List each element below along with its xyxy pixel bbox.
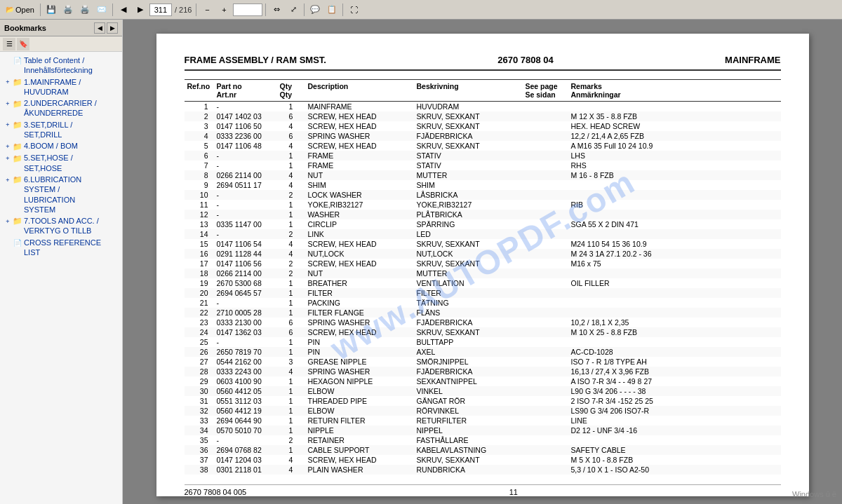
table-row: 3 0147 1106 50 4 SCREW, HEX HEAD SKRUV, …	[185, 121, 781, 131]
cell-seepage	[523, 249, 568, 259]
sidebar-title: Bookmarks	[4, 24, 46, 32]
cell-refno: 33	[185, 416, 214, 425]
cell-seepage	[523, 318, 568, 327]
table-row: 8 0266 2114 00 4 NUT MUTTER M 16 - 8 FZB	[185, 170, 781, 180]
sidebar-item-undercarrier[interactable]: + 📁 2.UNDERCARRIER /ÅKUNDERREDE	[0, 97, 122, 119]
toc-label: Table of Content /Innehållsförteckning	[24, 55, 93, 76]
zoom-out-button[interactable]: −	[199, 2, 215, 18]
table-row: 10 - 2 LOCK WASHER LÅSBRICKA	[185, 190, 781, 200]
zoom-in-button[interactable]: +	[216, 2, 232, 18]
cell-beskr: FILTER	[414, 288, 523, 298]
cell-beskr: MUTTER	[414, 268, 523, 278]
save-button[interactable]: 💾	[44, 2, 59, 18]
prev-page-button[interactable]: ◀	[116, 2, 131, 18]
toc-doc-icon: 📄	[13, 56, 22, 66]
cell-seepage	[523, 416, 568, 425]
cell-remarks: M 24 3 1A 27.1 20.2 - 36	[568, 249, 781, 259]
cell-remarks: 5,3 / 10 X 1 - ISO A2-50	[568, 465, 781, 475]
sep1	[40, 4, 41, 16]
cell-partno: 2650 7819 70	[214, 347, 277, 357]
cell-remarks: LHS	[568, 151, 781, 161]
open-button[interactable]: 📂 Open	[3, 2, 37, 18]
cell-beskr: SPÄRRING	[414, 219, 523, 229]
sidebar-item-setdrill[interactable]: + 📁 3.SET,DRILL /SET,DRILL	[0, 119, 122, 141]
cell-beskr: FJÄDERBRICKA	[414, 367, 523, 376]
sidebar-options-button[interactable]: ☰	[3, 38, 15, 50]
next-page-button[interactable]: ▶	[133, 2, 148, 18]
cell-remarks: M16 x 75	[568, 259, 781, 268]
cell-refno: 15	[185, 239, 214, 249]
cell-seepage	[523, 268, 568, 278]
cell-partno: 0147 1362 03	[214, 327, 277, 337]
sidebar-item-mainframe[interactable]: + 📁 1.MAINFRAME /HUVUDRAM	[0, 76, 122, 98]
cell-remarks: RHS	[568, 161, 781, 170]
cell-qty: 2	[277, 435, 305, 445]
cell-refno: 7	[185, 161, 214, 170]
cell-refno: 10	[185, 190, 214, 200]
cell-remarks: LINE	[568, 416, 781, 425]
cell-seepage	[523, 367, 568, 376]
cell-remarks	[568, 229, 781, 239]
sidebar-header: Bookmarks ◀ ▶	[0, 20, 122, 36]
cell-desc: FRAME	[305, 161, 414, 170]
undercarrier-expand-icon: +	[3, 99, 13, 109]
cell-partno: -	[214, 161, 277, 170]
cell-beskr: KABELAVLASTNING	[414, 445, 523, 455]
undercarrier-label: 2.UNDERCARRIER /ÅKUNDERREDE	[24, 98, 97, 118]
cell-qty: 4	[277, 121, 305, 131]
page-number-input[interactable]: 311	[149, 4, 172, 16]
tools-expand-icon: +	[3, 217, 13, 226]
cell-seepage	[523, 347, 568, 357]
cell-refno: 35	[185, 435, 214, 445]
table-row: 35 - 2 RETAINER FASTHÅLLARE	[185, 435, 781, 445]
setdrill-expand-icon: +	[3, 121, 13, 130]
cell-seepage	[523, 357, 568, 367]
cell-qty: 1	[277, 396, 305, 406]
cell-qty: 1	[277, 445, 305, 455]
sidebar-bookmark-button[interactable]: 🔖	[17, 38, 29, 50]
cell-seepage	[523, 170, 568, 180]
cell-partno: 0603 4100 90	[214, 376, 277, 386]
cell-qty: 4	[277, 455, 305, 465]
sidebar-expand-button[interactable]: ▶	[107, 22, 118, 34]
cell-beskr: AXEL	[414, 347, 523, 357]
cell-desc: LOCK WASHER	[305, 190, 414, 200]
fullscreen-button[interactable]: ⛶	[346, 2, 361, 18]
table-row: 24 0147 1362 03 6 SCREW, HEX HEAD SKRUV,…	[185, 327, 781, 337]
sidebar-item-sethose[interactable]: + 📁 5.SET,HOSE /SET,HOSE	[0, 152, 122, 174]
cell-desc: ELBOW	[305, 386, 414, 396]
table-row: 27 0544 2162 00 3 GREASE NIPPLE SMÖRJNIP…	[185, 357, 781, 367]
parts-table: Ref.no Part noArt.nr QtyQty Description …	[185, 79, 781, 475]
stamp-button[interactable]: 📋	[324, 2, 340, 18]
sidebar-item-lubrication[interactable]: + 📁 6.LUBRICATIONSYSTEM /LUBRICATIONSYST…	[0, 174, 122, 215]
cell-remarks: D2 12 - UNF 3/4 -16	[568, 425, 781, 435]
cell-partno: -	[214, 102, 277, 112]
cell-beskr: SKRUV, SEXKANT	[414, 111, 523, 121]
cell-desc: CABLE SUPPORT	[305, 445, 414, 455]
cell-refno: 21	[185, 298, 214, 308]
table-row: 6 - 1 FRAME STATIV LHS	[185, 151, 781, 161]
cell-refno: 38	[185, 465, 214, 475]
cell-remarks	[568, 298, 781, 308]
cell-qty: 4	[277, 249, 305, 259]
print-button[interactable]: 🖨️	[77, 2, 93, 18]
fit-width-button[interactable]: ⇔	[269, 2, 284, 18]
sidebar-item-toc[interactable]: 📄 Table of Content /Innehållsförteckning	[0, 55, 122, 76]
cell-remarks: SGA 55 X 2 DIN 471	[568, 219, 781, 229]
pdf-viewer[interactable]: www.AUTOPDF.com FRAME ASSEMBLY / RAM SMS…	[123, 20, 842, 504]
cell-partno: 0301 2118 01	[214, 465, 277, 475]
cell-desc: FILTER FLANGE	[305, 308, 414, 318]
sidebar-item-boom[interactable]: + 📁 4.BOOM / BOM	[0, 140, 122, 152]
sidebar-item-crossref[interactable]: 📄 CROSS REFERENCELIST	[0, 237, 122, 259]
cell-refno: 19	[185, 278, 214, 288]
cell-desc: SCREW, HEX HEAD	[305, 327, 414, 337]
sidebar-item-tools[interactable]: + 📁 7.TOOLS AND ACC. /VERKTYG O TILLB	[0, 215, 122, 237]
zoom-input[interactable]: 104%	[233, 4, 262, 16]
cell-partno: -	[214, 298, 277, 308]
table-row: 13 0335 1147 00 1 CIRCLIP SPÄRRING SGA 5…	[185, 219, 781, 229]
sidebar-collapse-button[interactable]: ◀	[94, 22, 105, 34]
fit-page-button[interactable]: ⤢	[286, 2, 301, 18]
email-button[interactable]: ✉️	[94, 2, 109, 18]
print-prev-button[interactable]: 🖨️	[60, 2, 76, 18]
comment-button[interactable]: 💬	[307, 2, 323, 18]
